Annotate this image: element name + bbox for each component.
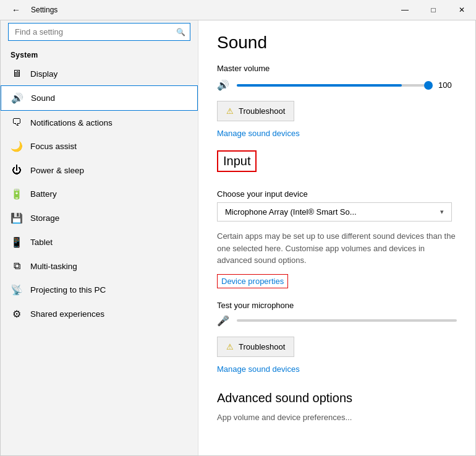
sidebar: 🔍 System 🖥 Display 🔊 Sound 🗨 Notificatio… (1, 20, 198, 455)
sidebar-item-sound[interactable]: 🔊 Sound (1, 85, 198, 111)
search-box-container: 🔍 (8, 23, 190, 41)
microphone-row: 🎤 (217, 315, 457, 327)
sidebar-item-power[interactable]: ⏻ Power & sleep (1, 158, 198, 182)
master-volume-label: Master volume (217, 64, 457, 73)
troubleshoot-label-1: Troubleshoot (239, 106, 285, 116)
volume-row: 🔊 100 (217, 79, 457, 91)
close-button[interactable]: ✕ (448, 0, 476, 20)
battery-icon: 🔋 (11, 188, 23, 200)
manage-sound-link-2[interactable]: Manage sound devices (217, 364, 300, 374)
main-window: 🔍 System 🖥 Display 🔊 Sound 🗨 Notificatio… (0, 20, 476, 456)
minimize-button[interactable]: — (391, 0, 419, 20)
titlebar-title: Settings (31, 6, 57, 14)
page-title: Sound (217, 33, 457, 53)
manage-sound-link-1[interactable]: Manage sound devices (217, 129, 300, 138)
volume-value: 100 (438, 80, 457, 90)
advanced-heading: Advanced sound options (217, 391, 457, 405)
troubleshoot-button-2[interactable]: ⚠ Troubleshoot (217, 337, 294, 357)
search-icon: 🔍 (176, 28, 185, 37)
sidebar-item-notifications[interactable]: 🗨 Notifications & actions (1, 111, 198, 134)
titlebar-controls: — □ ✕ (391, 0, 476, 20)
tablet-icon: 📱 (11, 236, 23, 248)
input-device-dropdown[interactable]: Microphone Array (Intel® Smart So... ▾ (217, 202, 452, 222)
sidebar-item-label-sound: Sound (31, 93, 55, 103)
multitasking-icon: ⧉ (11, 260, 23, 272)
sidebar-item-projecting[interactable]: 📡 Projecting to this PC (1, 278, 198, 302)
sidebar-item-tablet[interactable]: 📱 Tablet (1, 230, 198, 254)
input-device-value: Microphone Array (Intel® Smart So... (225, 207, 357, 217)
warning-icon-2: ⚠ (226, 342, 234, 351)
input-device-row: Choose your input device Microphone Arra… (217, 189, 457, 222)
sidebar-item-storage[interactable]: 💾 Storage (1, 206, 198, 230)
volume-icon: 🔊 (217, 79, 229, 91)
titlebar: ← Settings — □ ✕ (0, 0, 476, 20)
sidebar-item-label-multitasking: Multi-tasking (30, 262, 77, 271)
sidebar-item-label-shared: Shared experiences (30, 309, 104, 319)
choose-input-label: Choose your input device (217, 189, 457, 199)
troubleshoot-button-1[interactable]: ⚠ Troubleshoot (217, 101, 294, 121)
sidebar-item-multitasking[interactable]: ⧉ Multi-tasking (1, 254, 198, 278)
sidebar-item-label-display: Display (30, 69, 57, 79)
sidebar-item-label-storage: Storage (30, 213, 59, 223)
sidebar-item-label-notifications: Notifications & actions (30, 118, 113, 127)
input-info-text: Certain apps may be set up to use differ… (217, 230, 457, 267)
storage-icon: 💾 (11, 212, 23, 224)
mic-level-bar (237, 319, 457, 322)
notifications-icon: 🗨 (11, 117, 23, 128)
input-section-heading: Input (217, 150, 257, 172)
microphone-icon: 🎤 (217, 315, 229, 327)
sidebar-item-focus[interactable]: 🌙 Focus assist (1, 134, 198, 158)
device-properties-link[interactable]: Device properties (217, 274, 288, 288)
sidebar-item-display[interactable]: 🖥 Display (1, 62, 198, 85)
sidebar-item-shared[interactable]: ⚙ Shared experiences (1, 302, 198, 326)
sidebar-item-label-battery: Battery (30, 189, 57, 199)
sidebar-section-title: System (1, 46, 198, 62)
warning-icon-1: ⚠ (226, 106, 234, 116)
sidebar-item-battery[interactable]: 🔋 Battery (1, 182, 198, 206)
shared-icon: ⚙ (11, 308, 23, 320)
test-mic-label: Test your microphone (217, 301, 457, 310)
content-area: Sound Master volume 🔊 100 ⚠ Troubleshoot… (198, 20, 475, 455)
sidebar-item-label-tablet: Tablet (30, 238, 53, 247)
projecting-icon: 📡 (11, 284, 23, 296)
search-input[interactable] (8, 23, 190, 41)
sidebar-item-label-focus: Focus assist (30, 142, 77, 151)
volume-slider[interactable] (237, 84, 431, 87)
power-icon: ⏻ (11, 165, 23, 176)
focus-icon: 🌙 (11, 140, 23, 152)
volume-slider-fill (237, 84, 402, 87)
display-icon: 🖥 (11, 68, 23, 79)
sound-icon: 🔊 (11, 92, 23, 104)
volume-slider-thumb (424, 81, 433, 90)
maximize-button[interactable]: □ (419, 0, 448, 20)
sidebar-item-label-power: Power & sleep (30, 166, 84, 175)
troubleshoot-label-2: Troubleshoot (239, 342, 285, 351)
chevron-down-icon: ▾ (440, 208, 444, 216)
back-button[interactable]: ← (6, 0, 26, 20)
titlebar-left: ← Settings (6, 0, 57, 20)
app-volume-label: App volume and device preferences... (217, 413, 457, 422)
sidebar-item-label-projecting: Projecting to this PC (30, 285, 106, 295)
